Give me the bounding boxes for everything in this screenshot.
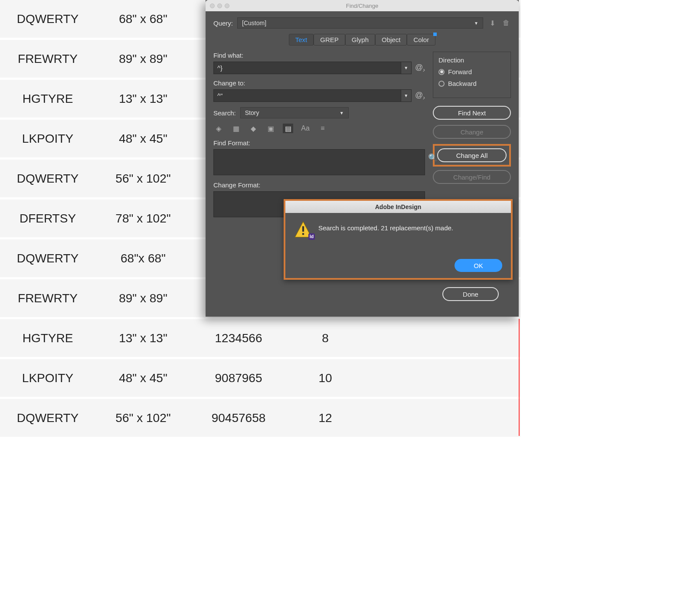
forward-label: Forward — [448, 68, 472, 75]
find-format-box[interactable]: 🔍 — [213, 149, 425, 175]
tab-text[interactable]: Text — [289, 34, 314, 46]
cell: 56" x 102" — [95, 411, 191, 425]
radio-checked-icon — [438, 69, 445, 75]
save-query-icon[interactable]: ⬇ — [487, 18, 497, 28]
cell: 68" x 68" — [95, 12, 191, 26]
cell: 56" x 102" — [95, 172, 191, 186]
window-title: Find/Change — [206, 3, 519, 9]
cell: 89" x 89" — [95, 291, 191, 305]
change-format-label: Change Format: — [213, 181, 425, 189]
cell: 10 — [286, 371, 364, 385]
direction-backward-radio[interactable]: Backward — [438, 80, 505, 87]
cell: 13" x 13" — [95, 92, 191, 106]
master-pages-icon[interactable]: ▣ — [265, 124, 276, 133]
direction-forward-radio[interactable]: Forward — [438, 68, 505, 75]
table-row: HGTYRE13" x 13"12345668 — [0, 319, 520, 359]
special-character-icon[interactable]: @› — [415, 91, 425, 101]
search-options: ◈ ▦ ◆ ▣ ▤ Aa ≡ — [213, 124, 425, 133]
cell: DQWERTY — [0, 172, 95, 186]
cell: 13" x 13" — [95, 331, 191, 345]
chevron-down-icon[interactable]: ▼ — [401, 62, 411, 74]
find-what-input[interactable]: ^} ▼ — [213, 62, 412, 74]
tab-object[interactable]: Object — [375, 34, 407, 46]
cell: 9087965 — [191, 371, 286, 385]
cell: 68"x 68" — [95, 252, 191, 265]
tab-color-label: Color — [413, 36, 429, 43]
new-feature-dot-icon — [433, 33, 437, 36]
locked-stories-icon[interactable]: ▦ — [231, 124, 241, 133]
hidden-layers-icon[interactable]: ◆ — [248, 124, 258, 133]
whole-word-icon[interactable]: ≡ — [317, 124, 328, 133]
find-what-value: ^} — [214, 62, 401, 74]
direction-label: Direction — [438, 56, 505, 64]
cell: HGTYRE — [0, 331, 95, 345]
table-row: DQWERTY56" x 102"9045765812 — [0, 399, 520, 438]
specify-format-icon[interactable]: 🔍 — [428, 153, 438, 163]
chevron-down-icon[interactable]: ▼ — [401, 90, 411, 101]
query-value: [Custom] — [242, 20, 266, 26]
cell: DQWERTY — [0, 411, 95, 425]
indesign-badge-icon: Id — [308, 233, 315, 240]
change-to-value: ^" — [214, 90, 401, 101]
query-select[interactable]: [Custom] ▼ — [237, 17, 483, 29]
alert-message: Search is completed. 21 replacement(s) m… — [318, 221, 453, 232]
change-find-button[interactable]: Change/Find — [433, 170, 511, 184]
alert-title: Adobe InDesign — [285, 201, 511, 213]
tab-glyph[interactable]: Glyph — [345, 34, 375, 46]
cell: 12 — [286, 411, 364, 425]
svg-rect-2 — [302, 233, 304, 235]
backward-label: Backward — [448, 80, 477, 87]
tab-color[interactable]: Color — [407, 34, 435, 46]
cell: 89" x 89" — [95, 52, 191, 66]
done-button[interactable]: Done — [442, 287, 499, 301]
cell: 48" x 45" — [95, 132, 191, 146]
cell: DQWERTY — [0, 12, 95, 26]
footnotes-icon[interactable]: ▤ — [283, 124, 293, 133]
cell: 1234566 — [191, 331, 286, 345]
cell: 90457658 — [191, 411, 286, 425]
window-titlebar[interactable]: Find/Change — [206, 0, 519, 11]
cell: FREWRTY — [0, 52, 95, 66]
change-all-highlight: Change All — [433, 144, 511, 167]
radio-unchecked-icon — [438, 81, 445, 87]
change-to-input[interactable]: ^" ▼ — [213, 89, 412, 102]
cell: LKPOITY — [0, 371, 95, 385]
cell: 8 — [286, 331, 364, 345]
direction-group: Direction Forward Backward — [433, 52, 511, 98]
cell: DQWERTY — [0, 252, 95, 265]
locked-layers-icon[interactable]: ◈ — [213, 124, 224, 133]
search-label: Search: — [213, 109, 236, 117]
ok-button[interactable]: OK — [455, 259, 502, 272]
change-all-button[interactable]: Change All — [437, 148, 507, 162]
find-format-label: Find Format: — [213, 139, 425, 147]
find-next-button[interactable]: Find Next — [433, 106, 511, 120]
cell: 48" x 45" — [95, 371, 191, 385]
svg-rect-1 — [302, 226, 304, 232]
search-scope-value: Story — [245, 109, 259, 116]
case-sensitive-icon[interactable]: Aa — [300, 124, 311, 133]
cell: 78" x 102" — [95, 212, 191, 226]
alert-dialog: Adobe InDesign Id Search is completed. 2… — [284, 199, 513, 280]
special-character-icon[interactable]: @› — [415, 63, 425, 73]
warning-icon: Id — [294, 221, 312, 239]
tab-grep[interactable]: GREP — [314, 34, 345, 46]
chevron-down-icon: ▼ — [474, 21, 478, 26]
margin-guide — [519, 319, 520, 436]
delete-query-icon[interactable]: 🗑 — [501, 18, 511, 28]
cell: LKPOITY — [0, 132, 95, 146]
change-button[interactable]: Change — [433, 125, 511, 139]
chevron-down-icon: ▼ — [340, 111, 344, 115]
cell: HGTYRE — [0, 92, 95, 106]
search-scope-select[interactable]: Story ▼ — [240, 107, 349, 118]
change-to-label: Change to: — [213, 79, 425, 87]
find-what-label: Find what: — [213, 52, 425, 59]
table-row: LKPOITY48" x 45"908796510 — [0, 359, 520, 399]
mode-tabs: Text GREP Glyph Object Color — [213, 34, 511, 46]
query-label: Query: — [213, 20, 233, 27]
cell: DFERTSY — [0, 212, 95, 226]
cell: FREWRTY — [0, 291, 95, 305]
